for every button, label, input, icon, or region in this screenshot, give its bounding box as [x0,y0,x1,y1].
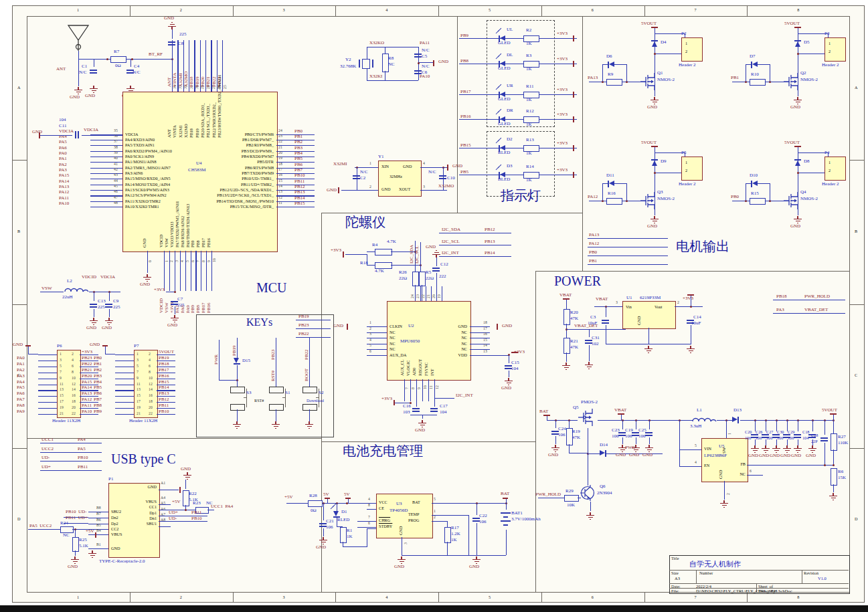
gnd-symbol [89,86,98,93]
resistor-symbol[interactable] [750,198,766,205]
pmos-symbol[interactable] [578,408,598,427]
pin-number: 17 [60,400,64,404]
net-label: UD+ [169,510,178,515]
gnd-symbol [418,420,427,427]
wire [237,338,238,358]
wire [459,175,577,175]
capacitor-symbol[interactable] [602,317,610,325]
capacitor-symbol[interactable] [432,265,440,273]
header2-body[interactable] [824,157,846,181]
diode-symbol[interactable] [732,417,739,423]
capacitor-symbol[interactable] [794,431,802,439]
resistor-symbol[interactable] [72,537,79,552]
value-label: GLED [498,97,511,102]
ref-label: R11 [526,84,533,89]
resistor-symbol[interactable] [444,527,451,543]
wire [555,436,556,444]
wire [175,251,175,291]
header2-body[interactable] [824,37,846,62]
titleblock-label: Size [671,571,679,575]
resistor-symbol[interactable] [831,468,837,486]
pin-number: B5 [96,524,101,528]
resistor-symbol[interactable] [308,500,323,507]
wire [185,480,186,489]
switch-pad[interactable] [302,387,317,393]
diode-symbol[interactable] [600,450,606,457]
net-label: PA2 [17,368,25,373]
gnd-symbol [170,315,179,322]
wire [428,379,429,401]
wire [38,385,57,385]
wire [470,355,509,356]
wire [88,534,108,535]
diode-symbol[interactable] [652,159,659,166]
inductor-symbol[interactable] [691,415,717,423]
schematic-canvas[interactable]: 1122334455667788AABBCCDDGNDANTC1N/CGNDR7… [0,0,868,612]
header2-body[interactable] [681,37,703,62]
ref-label: C7 [177,297,183,302]
wire [296,328,331,329]
npn-symbol[interactable] [579,484,596,502]
resistor-symbol[interactable] [340,527,347,543]
pin-number: 19 [60,406,64,410]
capacitor-symbol[interactable] [90,67,98,75]
net-label: PB21 [206,76,211,87]
pin-number: 1 [728,433,732,435]
resistor-symbol[interactable] [563,309,570,325]
capacitor-symbol[interactable] [72,131,80,139]
pin-number: 1 [137,352,139,356]
wire [566,324,567,338]
resistor-symbol[interactable] [831,433,837,451]
wire [746,64,751,65]
diode-symbol[interactable] [608,181,614,187]
diode-symbol[interactable] [234,358,240,365]
diode-symbol[interactable] [652,40,659,47]
diode-symbol[interactable] [795,159,802,166]
switch-pad[interactable] [269,387,284,393]
diode-symbol[interactable] [795,40,802,47]
resistor-symbol[interactable] [110,56,126,63]
capacitor-symbol[interactable] [412,405,420,413]
antenna-icon[interactable] [67,24,90,52]
capacitor-symbol[interactable] [105,301,113,309]
value-label: BLED [498,177,510,182]
resistor-symbol[interactable] [375,249,392,256]
wire [773,300,845,300]
diode-symbol[interactable] [751,181,758,187]
ic-ref: P6 [57,344,62,348]
net-label: PB10 [294,173,305,178]
header2-body[interactable] [681,157,703,181]
capacitor-symbol[interactable] [439,173,447,181]
capacitor-symbol[interactable] [430,405,438,413]
resistor-symbol[interactable] [419,272,426,286]
resistor-symbol[interactable] [750,79,766,86]
pin-number: 39 [114,151,118,155]
ref-label: C13 [98,299,106,304]
switch-pad[interactable] [230,387,245,393]
wire [833,484,834,492]
gnd-label: GND [164,16,174,21]
pin-number: 22 [278,140,282,144]
resistor-symbol[interactable] [606,79,622,86]
inductor-symbol[interactable] [64,285,89,293]
pin-number: 5 [60,365,62,369]
pin-number: 11 [137,383,141,387]
net-label: PA14 [59,179,69,184]
value-label: 22P [811,439,818,443]
net-label: +3V3 [82,350,92,354]
diode-symbol[interactable] [608,62,614,68]
capacitor-symbol[interactable] [820,435,829,443]
wire [636,420,636,429]
diode-symbol[interactable] [751,62,758,68]
value-label: 106 [766,436,772,440]
ref-label: C15 [511,361,519,365]
ref-label: C3 [590,315,596,320]
resistor-symbol[interactable] [564,495,579,502]
resistor-symbol[interactable] [606,198,622,205]
pin-number: 11 [278,201,282,205]
battery-symbol[interactable] [501,510,511,530]
capacitor-symbol[interactable] [90,301,98,309]
wire [276,338,276,387]
resistor-symbol[interactable] [563,338,570,354]
resistor-symbol[interactable] [412,272,419,286]
